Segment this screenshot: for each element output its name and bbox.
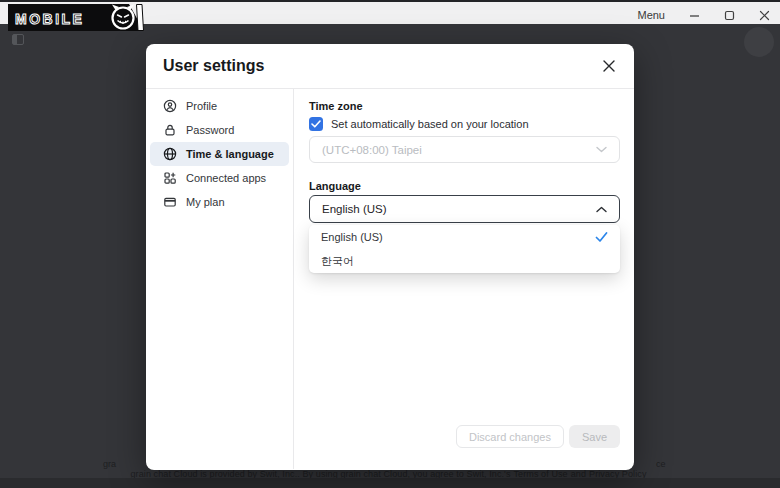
chevron-up-icon: [596, 206, 607, 213]
timezone-select[interactable]: (UTC+08:00) Taipei: [309, 136, 620, 163]
language-select-value: English (US): [322, 203, 387, 215]
dialog-footer: Discard changes Save: [456, 425, 620, 448]
checkbox-checked-icon: [309, 117, 323, 131]
selected-check-icon: [595, 232, 608, 242]
window-controls: Menu: [637, 4, 770, 26]
sidebar-item-label: Profile: [186, 100, 217, 112]
close-icon: [602, 59, 616, 73]
apps-add-icon: [163, 171, 177, 185]
timezone-select-value: (UTC+08:00) Taipei: [322, 144, 422, 156]
window-close-icon[interactable]: [759, 10, 770, 21]
bottom-band: [0, 478, 780, 488]
save-button[interactable]: Save: [569, 425, 620, 448]
sidebar-item-password[interactable]: Password: [150, 118, 289, 142]
dialog-title: User settings: [163, 57, 264, 75]
sidebar-item-time-language[interactable]: Time & language: [150, 142, 289, 166]
sidebar-item-profile[interactable]: Profile: [150, 94, 289, 118]
timezone-label: Time zone: [309, 100, 620, 113]
mobile01-logo-icon[interactable]: MOBILE: [5, 3, 145, 32]
option-korean[interactable]: 한국어: [309, 249, 620, 273]
option-label: 한국어: [321, 254, 354, 269]
minimize-icon[interactable]: [689, 10, 700, 21]
menu-button[interactable]: Menu: [637, 9, 665, 21]
credit-card-icon: [163, 195, 177, 209]
logo-wordmark: MOBILE: [15, 11, 84, 27]
timezone-auto-checkbox[interactable]: Set automatically based on your location: [309, 117, 620, 131]
language-label: Language: [309, 180, 620, 193]
option-english-us[interactable]: English (US): [309, 225, 620, 249]
language-dropdown: English (US) 한국어: [309, 225, 620, 273]
sidebar-item-label: Connected apps: [186, 172, 266, 184]
lock-icon: [163, 123, 177, 137]
sidebar-item-connected-apps[interactable]: Connected apps: [150, 166, 289, 190]
language-select[interactable]: English (US): [309, 195, 620, 223]
user-settings-dialog: User settings Profile: [146, 44, 634, 470]
background-text-fragment: ce: [656, 459, 666, 469]
background-text-fragment: gra: [103, 459, 116, 469]
avatar[interactable]: [744, 27, 774, 57]
option-label: English (US): [321, 231, 383, 243]
sidebar-item-label: Password: [186, 124, 234, 136]
checkbox-label: Set automatically based on your location: [331, 118, 529, 130]
settings-content: Time zone Set automatically based on you…: [294, 89, 634, 469]
dialog-header: User settings: [146, 44, 634, 89]
sidebar-item-label: Time & language: [186, 148, 274, 160]
close-button[interactable]: [599, 56, 619, 76]
app-window: MOBILE Menu gra ce gra: [0, 0, 780, 488]
globe-icon: [163, 147, 177, 161]
window-titlebar: MOBILE Menu: [0, 0, 780, 24]
sidebar-toggle-icon[interactable]: [12, 34, 24, 45]
discard-changes-button[interactable]: Discard changes: [456, 425, 564, 448]
chevron-down-icon: [596, 146, 607, 153]
maximize-icon[interactable]: [724, 10, 735, 21]
sidebar-item-my-plan[interactable]: My plan: [150, 190, 289, 214]
sidebar-item-label: My plan: [186, 196, 225, 208]
settings-nav: Profile Password: [146, 89, 294, 469]
user-circle-icon: [163, 99, 177, 113]
